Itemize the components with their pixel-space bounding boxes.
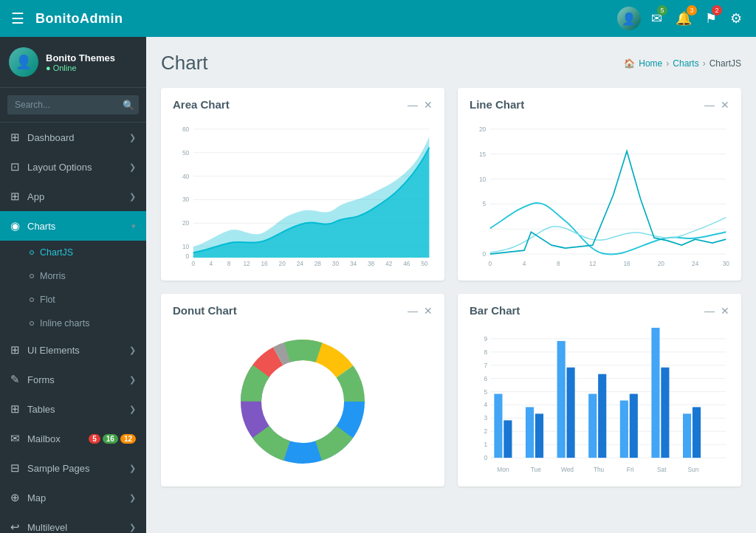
line-minimize-button[interactable]: — — [704, 100, 715, 110]
bar-minimize-button[interactable]: — — [704, 306, 715, 316]
sidebar-search-input[interactable] — [7, 95, 139, 114]
user-avatar: 👤 — [9, 47, 38, 77]
bar-tue-1 — [526, 407, 534, 458]
svg-text:20: 20 — [658, 260, 664, 267]
nav-gear-button[interactable]: ⚙ — [727, 7, 745, 30]
svg-text:4: 4 — [484, 401, 487, 408]
dashboard-arrow: ❯ — [129, 133, 136, 142]
svg-text:10: 10 — [479, 175, 486, 182]
user-avatar-nav[interactable]: 👤 — [617, 7, 641, 30]
area-chart-title: Area Chart — [173, 98, 230, 111]
chartjs-dot — [30, 250, 34, 255]
svg-text:50: 50 — [182, 148, 189, 156]
area-chart-svg: 60 50 40 30 20 10 0 0 4 8 12 16 20 — [173, 122, 433, 269]
bar-thu-2 — [598, 374, 606, 458]
sidebar-label-app: App — [27, 191, 122, 202]
tables-arrow: ❯ — [129, 405, 136, 414]
sidebar-label-ui: UI Elements — [27, 345, 122, 356]
donut-svg — [229, 328, 377, 475]
map-icon: ⊕ — [10, 491, 20, 504]
sample-arrow: ❯ — [129, 464, 136, 473]
sidebar-item-ui[interactable]: ⊞ UI Elements ❯ — [0, 335, 146, 365]
nav-flag-button[interactable]: ⚑ 2 — [702, 7, 720, 30]
bar-chart-actions: — ✕ — [704, 306, 729, 316]
mailbox-badge-red: 5 — [89, 434, 100, 444]
user-info: Bonito Themes ● Online — [46, 52, 115, 72]
sidebar-item-sample[interactable]: ⊟ Sample Pages ❯ — [0, 453, 146, 483]
donut-minimize-button[interactable]: — — [408, 306, 418, 316]
sidebar-item-mailbox[interactable]: ✉ Mailbox 5 16 12 — [0, 424, 146, 453]
breadcrumb: 🏠 Home › Charts › ChartJS — [624, 58, 741, 69]
sidebar-item-tables[interactable]: ⊞ Tables ❯ — [0, 394, 146, 424]
line-chart-header: Line Chart — ✕ — [458, 88, 741, 118]
hamburger-button[interactable]: ☰ — [11, 10, 24, 27]
ui-arrow: ❯ — [129, 345, 136, 355]
sidebar-item-multilevel[interactable]: ↩ Multilevel ❯ — [0, 512, 146, 533]
multilevel-arrow: ❯ — [129, 523, 136, 532]
user-name: Bonito Themes — [46, 52, 115, 63]
area-minimize-button[interactable]: — — [408, 100, 418, 110]
app-arrow: ❯ — [129, 192, 136, 202]
bar-close-button[interactable]: ✕ — [721, 306, 729, 316]
svg-text:0: 0 — [186, 252, 190, 260]
svg-text:24: 24 — [692, 260, 698, 267]
layout-icon: ⊡ — [10, 160, 20, 173]
sidebar-item-dashboard[interactable]: ⊞ Dashboard ❯ — [0, 123, 146, 152]
sidebar-label-tables: Tables — [27, 404, 122, 415]
donut-chart-body — [161, 324, 444, 486]
tables-icon: ⊞ — [10, 402, 20, 416]
breadcrumb-sep2: › — [703, 58, 706, 69]
area-chart-header: Area Chart — ✕ — [161, 88, 444, 118]
line-chart-card: Line Chart — ✕ — [458, 88, 741, 281]
page-title: Chart — [161, 52, 208, 75]
line-chart-svg: 20 15 10 5 0 0 4 8 12 16 20 24 30 — [470, 122, 729, 269]
svg-text:0: 0 — [483, 250, 487, 258]
bar-chart-card: Bar Chart — ✕ — [458, 294, 741, 486]
line-chart-title: Line Chart — [470, 98, 524, 111]
sidebar: 👤 Bonito Themes ● Online 🔍 ⊞ Dashboard ❯… — [0, 37, 146, 533]
sidebar-label-layout: Layout Options — [27, 162, 122, 173]
svg-text:5: 5 — [483, 200, 487, 207]
svg-text:42: 42 — [385, 260, 392, 267]
search-icon-button[interactable]: 🔍 — [123, 100, 134, 111]
sidebar-sublabel-chartjs: ChartJS — [40, 247, 73, 258]
sidebar-item-map[interactable]: ⊕ Map ❯ — [0, 483, 146, 512]
svg-text:30: 30 — [332, 260, 339, 267]
svg-text:Tue: Tue — [531, 466, 541, 473]
breadcrumb-charts-link[interactable]: Charts — [673, 58, 698, 69]
mailbox-icon: ✉ — [10, 432, 20, 445]
svg-text:0: 0 — [191, 260, 195, 267]
svg-text:Wed: Wed — [561, 466, 574, 473]
sidebar-subitem-flot[interactable]: Flot — [0, 288, 146, 312]
area-close-button[interactable]: ✕ — [424, 100, 433, 110]
svg-text:20: 20 — [279, 260, 286, 267]
svg-text:34: 34 — [350, 260, 357, 267]
svg-text:Sat: Sat — [657, 466, 667, 473]
sidebar-item-layout[interactable]: ⊡ Layout Options ❯ — [0, 152, 146, 182]
sidebar-subitem-inline[interactable]: Inline charts — [0, 312, 146, 335]
nav-mail-button[interactable]: ✉ 5 — [648, 7, 665, 30]
sidebar-item-app[interactable]: ⊞ App ❯ — [0, 182, 146, 211]
bar-chart-svg: 0 1 2 3 4 5 6 7 8 9 — [470, 328, 729, 475]
app-icon: ⊞ — [10, 190, 20, 203]
sidebar-label-map: Map — [27, 492, 122, 503]
sidebar-item-charts[interactable]: ◉ Charts ▾ — [0, 211, 146, 241]
svg-text:2: 2 — [484, 427, 487, 435]
donut-chart-card: Donut Chart — ✕ — [161, 294, 444, 486]
nav-bell-button[interactable]: 🔔 3 — [673, 7, 695, 30]
line-chart-actions: — ✕ — [704, 100, 729, 110]
donut-close-button[interactable]: ✕ — [424, 306, 433, 316]
sidebar-sublabel-morris: Morris — [40, 271, 66, 281]
bar-sat-1 — [651, 328, 659, 458]
line-close-button[interactable]: ✕ — [721, 100, 729, 110]
inline-dot — [30, 321, 34, 326]
nav-right: 👤 ✉ 5 🔔 3 ⚑ 2 ⚙ — [617, 7, 745, 30]
svg-text:30: 30 — [723, 260, 729, 267]
sidebar-subitem-chartjs[interactable]: ChartJS — [0, 241, 146, 264]
bar-wed-2 — [567, 368, 575, 458]
breadcrumb-home-link[interactable]: Home — [639, 58, 662, 69]
sidebar-subitem-morris[interactable]: Morris — [0, 264, 146, 288]
sidebar-item-forms[interactable]: ✎ Forms ❯ — [0, 365, 146, 394]
bar-fri-1 — [620, 401, 628, 458]
main-layout: 👤 Bonito Themes ● Online 🔍 ⊞ Dashboard ❯… — [0, 37, 756, 533]
